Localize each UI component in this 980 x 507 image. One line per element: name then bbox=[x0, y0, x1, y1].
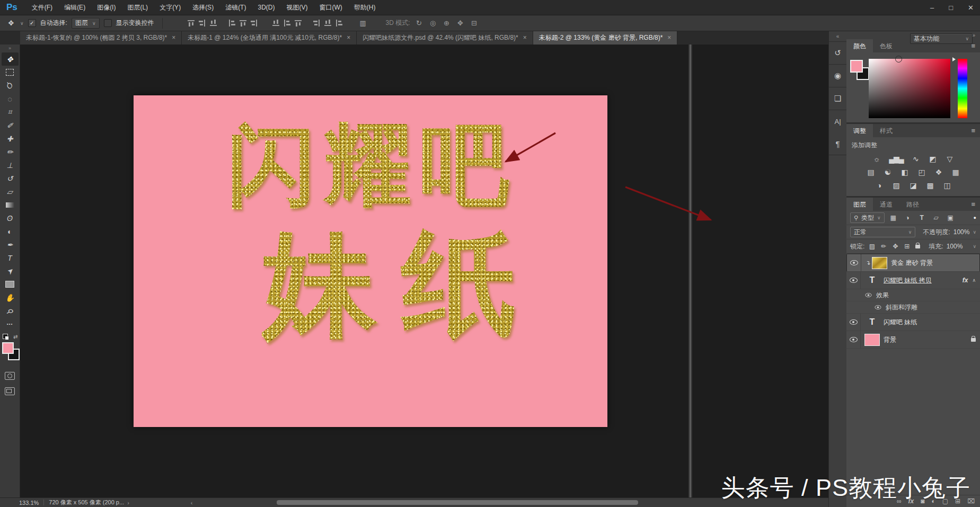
channel-mixer-icon[interactable]: ❖ bbox=[934, 168, 943, 176]
crop-tool-button[interactable]: ⌗ bbox=[2, 105, 19, 119]
tab-styles[interactable]: 样式 bbox=[873, 124, 899, 137]
filter-smart-objects-icon[interactable]: ▣ bbox=[945, 214, 956, 221]
filter-adjustment-layers-icon[interactable]: ◑ bbox=[902, 214, 913, 221]
align-horizontal-centers-icon[interactable] bbox=[240, 20, 246, 26]
tool-preset-chevron-icon[interactable]: ∨ bbox=[20, 21, 24, 26]
lock-transparent-pixels-icon[interactable]: ▨ bbox=[868, 243, 876, 250]
chevron-down-icon[interactable]: ∨ bbox=[973, 229, 976, 235]
layers-panel-menu-icon[interactable]: ≡ bbox=[971, 200, 975, 208]
info-panel-icon[interactable]: ◉ bbox=[829, 65, 846, 87]
adjustments-panel-menu-icon[interactable]: ≡ bbox=[971, 127, 975, 135]
document-tab-4-active[interactable]: 未标题-2 @ 133% (黄金 磨砂 背景, RGB/8)* × bbox=[533, 31, 678, 45]
blur-tool-button[interactable]: ʘ bbox=[2, 211, 19, 225]
close-button[interactable]: ✕ bbox=[968, 4, 974, 12]
color-lookup-icon[interactable]: ▦ bbox=[951, 168, 960, 176]
distribute-horizontal-centers-icon[interactable] bbox=[324, 20, 331, 26]
eye-cell[interactable] bbox=[846, 331, 861, 348]
color-picker-marker[interactable] bbox=[895, 56, 902, 63]
hue-slider-marker[interactable] bbox=[952, 57, 956, 61]
tab-swatches[interactable]: 色板 bbox=[873, 39, 899, 52]
tab-color[interactable]: 颜色 bbox=[846, 39, 873, 52]
align-right-edges-icon[interactable] bbox=[251, 20, 258, 26]
align-left-edges-icon[interactable] bbox=[228, 20, 235, 26]
history-brush-tool-button[interactable]: ↺ bbox=[2, 172, 19, 185]
zoom-level-field[interactable]: 133.1% bbox=[19, 500, 39, 506]
layer-row-background[interactable]: 背景 bbox=[846, 331, 980, 349]
menu-type[interactable]: 文字(Y) bbox=[154, 0, 187, 15]
visibility-eye-icon[interactable] bbox=[875, 305, 881, 309]
3d-drag-icon[interactable]: ⊕ bbox=[442, 19, 452, 27]
menu-window[interactable]: 窗口(W) bbox=[313, 0, 348, 15]
opacity-value[interactable]: 100% bbox=[953, 228, 970, 236]
quick-selection-tool-button[interactable]: ◌ bbox=[2, 92, 19, 105]
filter-type-layers-icon[interactable]: T bbox=[916, 214, 928, 221]
path-selection-tool-button[interactable]: ➤ bbox=[2, 264, 19, 278]
tab-channels[interactable]: 通道 bbox=[873, 198, 899, 211]
distribute-right-edges-icon[interactable] bbox=[336, 20, 342, 26]
tab-paths[interactable]: 路径 bbox=[899, 198, 926, 211]
layer-fx-icon[interactable]: fx bbox=[963, 277, 968, 284]
clone-stamp-tool-button[interactable]: ⊥ bbox=[2, 158, 19, 172]
layer-row-text[interactable]: T 闪耀吧 妹纸 bbox=[846, 314, 980, 331]
vibrance-icon[interactable]: ▽ bbox=[945, 155, 955, 163]
distribute-spacing-icon[interactable]: ▥ bbox=[358, 19, 368, 27]
chevron-down-icon[interactable]: ∨ bbox=[973, 244, 976, 249]
collapse-panels-icon[interactable]: » bbox=[972, 32, 975, 38]
curves-icon[interactable]: ∿ bbox=[911, 155, 921, 163]
brightness-contrast-icon[interactable]: ☼ bbox=[872, 155, 881, 163]
lock-all-icon[interactable] bbox=[915, 245, 920, 248]
type-tool-button[interactable]: T bbox=[2, 251, 19, 264]
rectangular-marquee-tool-button[interactable] bbox=[2, 66, 19, 79]
dodge-tool-button[interactable]: ◐ bbox=[2, 225, 19, 238]
saturation-picker[interactable] bbox=[869, 59, 950, 118]
brush-tool-button[interactable]: ✏ bbox=[2, 145, 19, 158]
bevel-emboss-row[interactable]: 斜面和浮雕 bbox=[846, 301, 980, 314]
gradient-tool-button[interactable] bbox=[2, 198, 19, 211]
lock-artboard-icon[interactable]: ⊞ bbox=[903, 243, 911, 250]
selective-color-icon[interactable]: ◫ bbox=[942, 181, 952, 190]
foreground-color-swatch[interactable] bbox=[2, 342, 14, 354]
quick-mask-button[interactable] bbox=[5, 372, 15, 380]
eye-cell[interactable] bbox=[847, 254, 861, 271]
vertical-scrollbar[interactable] bbox=[688, 45, 692, 498]
maximize-button[interactable]: □ bbox=[949, 4, 953, 12]
horizontal-scrollbar-thumb[interactable] bbox=[277, 500, 638, 505]
3d-slide-icon[interactable]: ✥ bbox=[456, 19, 465, 27]
eyedropper-tool-button[interactable]: ✐ bbox=[2, 119, 19, 132]
3d-roll-icon[interactable]: ◎ bbox=[428, 19, 438, 27]
document-tab-3[interactable]: 闪耀吧妹纸源文件.psd @ 42.4% (闪耀吧 妹纸, RGB/8)* × bbox=[357, 31, 533, 45]
menu-image[interactable]: 图像(I) bbox=[91, 0, 121, 15]
paragraph-panel-icon[interactable]: ¶ bbox=[829, 132, 846, 155]
photo-filter-icon[interactable]: ◰ bbox=[917, 168, 926, 176]
history-panel-icon[interactable]: ↺ bbox=[829, 42, 846, 64]
auto-select-checkbox[interactable]: ✓ bbox=[28, 19, 36, 27]
effects-row[interactable]: 效果 bbox=[846, 289, 980, 301]
menu-file[interactable]: 文件(F) bbox=[26, 0, 58, 15]
menu-filter[interactable]: 滤镜(T) bbox=[219, 0, 252, 15]
libraries-panel-icon[interactable]: ❏ bbox=[829, 87, 846, 110]
tools-collapse-icon[interactable]: » bbox=[8, 46, 11, 51]
spot-healing-brush-tool-button[interactable]: ✚ bbox=[2, 132, 19, 145]
minimize-button[interactable]: – bbox=[930, 4, 934, 12]
hue-slider[interactable] bbox=[958, 59, 967, 118]
scroll-left-arrow-icon[interactable]: ‹ bbox=[191, 500, 193, 506]
lock-image-pixels-icon[interactable]: ✏ bbox=[879, 243, 888, 250]
lasso-tool-button[interactable]: Ϙ bbox=[2, 79, 19, 92]
layer-row-text-copy[interactable]: T 闪耀吧 妹纸 拷贝 fx ∧ bbox=[846, 272, 980, 289]
default-colors-icon[interactable] bbox=[3, 334, 8, 339]
menu-view[interactable]: 视图(V) bbox=[280, 0, 313, 15]
menu-help[interactable]: 帮助(H) bbox=[348, 0, 382, 15]
auto-select-target-select[interactable]: 图层 ∨ bbox=[72, 18, 100, 29]
workspace-select[interactable]: 基本功能 ∨ bbox=[910, 33, 973, 44]
show-transform-checkbox[interactable] bbox=[104, 19, 112, 27]
gradient-map-icon[interactable]: ▩ bbox=[925, 181, 935, 190]
screen-mode-button[interactable] bbox=[5, 387, 15, 395]
eye-cell[interactable] bbox=[846, 314, 861, 331]
pen-tool-button[interactable]: ✒ bbox=[2, 238, 19, 251]
rectangle-tool-button[interactable] bbox=[2, 278, 19, 291]
document-tab-1[interactable]: 未标题-1-恢复的 @ 100% (椭圆 2 拷贝 3, RGB/8)* × bbox=[20, 31, 182, 45]
blend-mode-select[interactable]: 正常 ∨ bbox=[850, 227, 915, 237]
distribute-left-edges-icon[interactable] bbox=[313, 20, 320, 26]
3d-scale-icon[interactable]: ⊟ bbox=[470, 19, 479, 27]
filter-pin-icon[interactable]: ● bbox=[974, 215, 976, 220]
